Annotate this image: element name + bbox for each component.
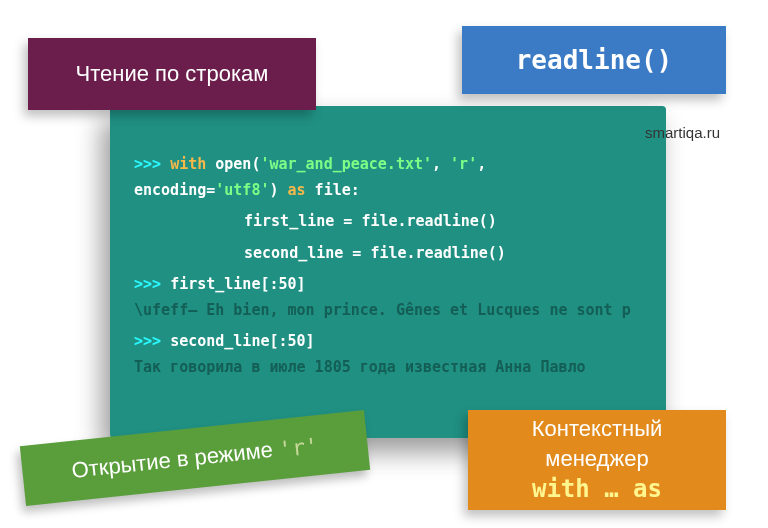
str-file: 'war_and_peace.txt'	[260, 155, 432, 173]
code-line-7: >>> second_line[:50]	[134, 329, 642, 355]
as-var: file:	[306, 181, 360, 199]
code-line-5: >>> first_line[:50]	[134, 272, 642, 298]
ctx-line1: Контекстный	[532, 414, 662, 444]
prompt: >>>	[134, 275, 170, 293]
str-enc: 'utf8'	[215, 181, 269, 199]
attribution: smartiqa.ru	[645, 124, 720, 141]
prompt: >>>	[134, 332, 170, 350]
enc-kw: encoding=	[134, 181, 215, 199]
code-line-4: second_line = file.readline()	[134, 241, 642, 267]
code-line-1: >>> with open('war_and_peace.txt', 'r',	[134, 152, 642, 178]
comma: ,	[432, 155, 450, 173]
output-1: \ufeff— Eh bien, mon prince. Gênes et Lu…	[134, 298, 642, 324]
label-context-manager: Контекстный менеджер with … as	[468, 410, 726, 510]
kw-as: as	[288, 181, 306, 199]
title-readline: readline()	[462, 26, 726, 94]
code-block: >>> with open('war_and_peace.txt', 'r', …	[110, 106, 666, 438]
readline-text: readline()	[516, 45, 673, 75]
output-2: Так говорила в июле 1805 года известная …	[134, 355, 642, 381]
fn-open: open(	[206, 155, 260, 173]
expr: second_line[:50]	[170, 332, 315, 350]
open-mode-text: Открытие в режиме	[70, 437, 274, 484]
expr: first_line[:50]	[170, 275, 305, 293]
kw-with: with	[170, 155, 206, 173]
prompt: >>>	[134, 155, 170, 173]
title-text: Чтение по строкам	[76, 61, 269, 87]
str-mode: 'r'	[450, 155, 477, 173]
mode-r: 'r'	[277, 433, 319, 462]
close-paren: )	[269, 181, 287, 199]
ctx-line2: менеджер	[545, 444, 648, 474]
ctx-line3: with … as	[532, 473, 662, 505]
code-line-3: first_line = file.readline()	[134, 209, 642, 235]
code-line-2: encoding='utf8') as file:	[134, 178, 642, 204]
comma2: ,	[477, 155, 486, 173]
attribution-text: smartiqa.ru	[645, 124, 720, 141]
title-reading-by-lines: Чтение по строкам	[28, 38, 316, 110]
